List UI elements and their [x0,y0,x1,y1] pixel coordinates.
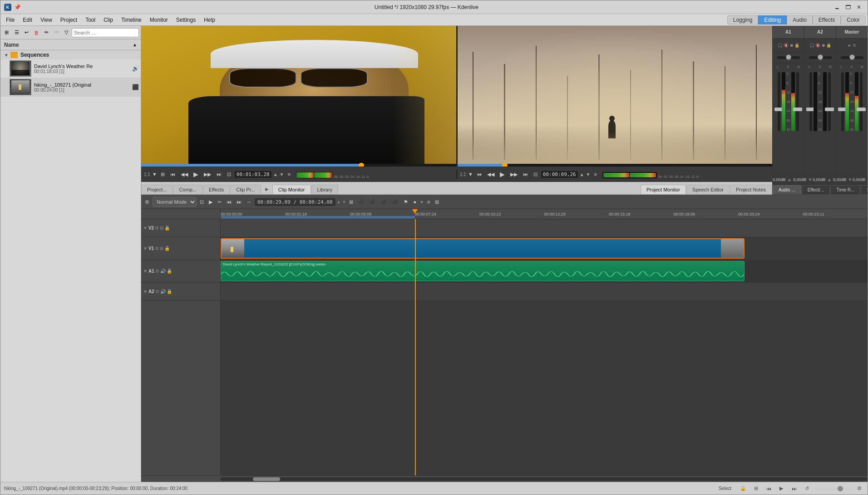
a2-mute-icon[interactable]: ⚙ [155,289,159,294]
proj-play-button[interactable]: ▶ [498,170,507,179]
proj-fullscreen[interactable]: ⊡ [532,171,539,178]
status-next-button[interactable]: ⏭ [789,484,799,493]
a1-audio-clip[interactable]: David Lynch's Weather Report_12/16/22 [l… [221,261,745,281]
tl-record-button[interactable]: ● [411,198,418,206]
clip-zoom-dropdown[interactable]: ▼ [152,172,157,177]
tab-clip-pr[interactable]: Clip Pr... [230,185,261,194]
tab-subtitle[interactable]: Su ► [861,185,868,194]
a2-headphone-icon[interactable]: 🎧 [809,43,814,48]
tl-overwrite-button[interactable]: ⬛ [368,198,378,206]
close-button[interactable]: ✕ [854,2,864,12]
tab-project[interactable]: Project... [141,185,173,194]
status-zoom-knob[interactable] [838,486,843,491]
more-button[interactable]: ▽ [62,28,71,38]
clip-next-frame[interactable]: ⏭ [215,171,223,178]
tab-speech-editor[interactable]: Speech Editor [686,185,730,194]
undo-button[interactable]: ↩ [22,28,31,38]
a1-headphone-icon[interactable]: 🎧 [778,43,783,48]
a2-record-button[interactable]: ⏺ [821,43,825,48]
tab-library[interactable]: Library [311,185,339,194]
master-pan-slider[interactable] [841,56,863,59]
tl-select-button[interactable]: ▶ [207,198,214,206]
proj-zoom-dropdown[interactable]: ▼ [468,172,473,177]
menu-settings[interactable]: Settings [173,16,199,24]
tag-button[interactable]: ✏ [42,28,51,38]
proj-rev-button[interactable]: ◀◀ [485,171,496,178]
proj-menu-button[interactable]: ≡ [592,171,598,178]
tab-time-remap[interactable]: Time R... [830,185,860,194]
proj-fwd-button[interactable]: ▶▶ [508,171,519,178]
minimize-button[interactable]: 🗕 [832,2,842,12]
mode-tab-logging[interactable]: Logging [727,15,759,25]
menu-project[interactable]: Project [57,16,81,24]
a1-record-button[interactable]: ⏺ [789,43,794,48]
timeline-scrollbar-track[interactable] [221,477,868,481]
maximize-button[interactable]: 🗖 [843,2,853,12]
tl-clip-monitor-button[interactable]: ⊞ [347,198,355,206]
a1-pan-slider[interactable] [777,56,800,59]
project-monitor-progress-strip[interactable] [458,164,773,167]
filter-button[interactable]: ⋯ [52,28,61,38]
a1-collapse-button[interactable]: ▼ [143,269,148,274]
tab-effect[interactable]: Effect/... [802,185,830,194]
mode-tab-editing[interactable]: Editing [758,15,787,25]
v2-collapse-button[interactable]: ▼ [143,225,148,230]
menu-edit[interactable]: Edit [19,16,36,24]
tl-settings-button[interactable]: ⚙ [143,198,151,206]
v1-video-clip[interactable]: hiking_-_109271 (Original).mp4 [221,238,745,259]
status-prev-button[interactable]: ⏮ [764,484,773,493]
proj-timecode-up[interactable]: ▲ [580,172,584,177]
new-bin-button[interactable]: ⊞ [2,28,11,38]
a2-db-down[interactable]: ▼ [848,177,852,182]
status-play-button[interactable]: ▶ [777,484,786,493]
clip-menu-button[interactable]: ≡ [286,171,292,178]
list-item[interactable]: hiking_-_109271 (Original 00:00:24;00 [1… [0,78,141,97]
tl-dropdown-button[interactable]: ▼ [419,200,424,205]
a1-track-lock-button[interactable]: 🔒 [167,269,172,274]
master-r-fader-handle[interactable] [857,108,866,111]
collapse-button[interactable]: ▲ [133,42,137,47]
a2-speaker-button[interactable]: 🔊 [160,289,166,294]
tab-project-monitor[interactable]: Project Monitor [641,185,686,194]
proj-timecode-down[interactable]: ▼ [586,172,591,177]
tl-timecode-down[interactable]: ▼ [342,200,346,204]
clip-timecode-down[interactable]: ▼ [280,172,284,177]
a1-mute-button[interactable]: 🔇 [784,43,789,48]
tab-project-notes[interactable]: Project Notes [730,185,772,194]
menu-monitor[interactable]: Monitor [146,16,172,24]
tl-grid-button[interactable]: ⊞ [433,198,441,206]
tab-effects[interactable]: Effects [203,185,230,194]
v1-mute-button[interactable]: ⊞ [160,246,163,251]
master-arrow-button[interactable]: ► [848,43,852,48]
mode-tab-audio[interactable]: Audio [787,15,813,25]
a2-lock-button[interactable]: 🔒 [826,43,831,48]
pin-icon[interactable]: 📌 [14,4,21,10]
proj-next-frame[interactable]: ⏭ [521,171,530,178]
clip-monitor-progress-strip[interactable] [141,164,456,167]
clip-fwd-button[interactable]: ▶▶ [202,171,213,178]
clip-timecode-up[interactable]: ▲ [273,172,278,177]
clip-play-button[interactable]: ▶ [192,170,200,179]
a2-pan-slider[interactable] [809,56,832,59]
status-thumb-button[interactable]: ⊞ [751,484,760,493]
tl-lift-button[interactable]: ⬛ [390,198,400,206]
a2-track-lock-button[interactable]: 🔒 [167,289,172,294]
tl-next-clip[interactable]: ⏭ [235,198,243,206]
a1-db-down[interactable]: ▼ [808,177,812,182]
search-input[interactable] [72,28,139,37]
a2-r-fader-handle[interactable] [825,108,834,111]
tab-clip-monitor[interactable]: Clip Monitor [272,185,311,194]
proj-prev-frame[interactable]: ⏮ [475,171,483,178]
master-pan-knob[interactable] [849,54,855,60]
menu-tool[interactable]: Tool [82,16,99,24]
status-loop-button[interactable]: ↺ [802,484,811,493]
v2-solo-button[interactable]: 🔒 [164,225,170,230]
tab-comp[interactable]: Comp... [173,185,202,194]
tl-extract-button[interactable]: ⬛ [379,198,389,206]
mode-tab-effects[interactable]: Effects [813,15,841,25]
tl-timecode-up[interactable]: ▲ [337,200,341,204]
mode-tab-color[interactable]: Color [841,15,866,25]
a2-collapse-button[interactable]: ▼ [143,289,148,294]
menu-timeline[interactable]: Timeline [118,16,145,24]
status-snap-button[interactable]: 🔒 [739,484,748,493]
